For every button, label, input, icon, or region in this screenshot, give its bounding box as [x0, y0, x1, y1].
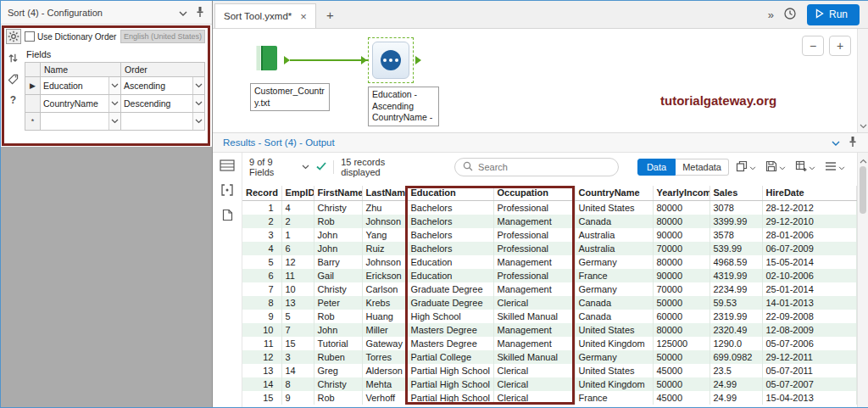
column-header-record[interactable]: Record	[242, 186, 281, 200]
sort-tool-annotation[interactable]: Education - Ascending CountryName -	[368, 87, 439, 126]
watermark-text: tutorialgateway.org	[660, 93, 776, 108]
save-icon[interactable]	[765, 160, 777, 174]
sort-order-dropdown[interactable]: Descending	[121, 95, 205, 113]
table-row[interactable]: 813PeterKrebsGraduate DegreeClericalCana…	[242, 296, 857, 310]
scrollbar-thumb[interactable]	[860, 166, 866, 214]
document-tab[interactable]: Sort Tool.yxmd* ×	[214, 3, 316, 28]
sort-order-dropdown[interactable]: Ascending	[121, 77, 205, 95]
sort-order-dropdown[interactable]	[121, 113, 205, 131]
grid-view-icon[interactable]	[220, 159, 235, 173]
table-row[interactable]: 123RubenTorresPartial CollegeSkilled Man…	[242, 350, 857, 364]
locale-dropdown[interactable]: English (United States)	[120, 30, 205, 43]
table-row[interactable]: 95RobHuangHigh SchoolSkilled ManualCanad…	[242, 310, 857, 323]
use-dictionary-order-checkbox[interactable]	[25, 31, 35, 42]
cell-sales: 4319.99	[709, 269, 762, 282]
workflow-canvas[interactable]: − + Customer_Country.txt Education - Asc…	[213, 29, 868, 132]
help-icon[interactable]: ?	[6, 92, 21, 108]
tab-overflow-button[interactable]: »	[768, 8, 773, 21]
canvas-scrollbar[interactable]	[857, 29, 868, 132]
chevron-down-icon[interactable]	[108, 77, 120, 94]
field-name-dropdown[interactable]: Education	[41, 77, 121, 95]
cell-education: High School	[407, 310, 493, 323]
pin-icon[interactable]	[848, 136, 858, 149]
column-header-firstname[interactable]: FirstName	[314, 186, 362, 200]
cell-sales: 539.99	[709, 242, 762, 255]
chevron-down-icon[interactable]	[108, 113, 120, 130]
chevron-down-icon[interactable]	[108, 95, 120, 112]
table-row[interactable]: 1115TutorialGatewayMasters DegreeManagem…	[242, 337, 857, 350]
gear-icon[interactable]	[6, 29, 21, 44]
zoom-out-button[interactable]: −	[802, 36, 824, 56]
table-row[interactable]: 107JohnMillerMasters DegreeManagementUni…	[242, 323, 857, 337]
zoom-in-button[interactable]: +	[829, 36, 851, 56]
cell-viewer-icon[interactable]	[220, 184, 234, 198]
column-header-hiredate[interactable]: HireDate	[762, 186, 857, 200]
table-row[interactable]: 710ChristyCarlsonGraduate DegreeManageme…	[242, 282, 857, 296]
swap-arrows-icon[interactable]	[6, 50, 21, 65]
cell-countryname: Germany	[575, 350, 653, 364]
new-window-table-icon[interactable]	[795, 160, 807, 174]
chevron-down-icon[interactable]	[838, 162, 845, 172]
config-grid-header-row: Name Order	[25, 63, 205, 77]
workflow-history-icon[interactable]	[783, 7, 797, 22]
fields-summary[interactable]: 9 of 9 Fields	[249, 157, 295, 177]
chevron-down-icon[interactable]	[192, 113, 204, 130]
input-data-tool[interactable]	[250, 44, 289, 78]
cell-yearlyincome: 80000	[653, 255, 709, 269]
input-anchor-icon[interactable]	[361, 56, 367, 64]
close-tab-icon[interactable]: ×	[300, 11, 307, 22]
output-anchor-icon[interactable]	[415, 56, 421, 64]
field-name-dropdown[interactable]: CountryName	[41, 95, 121, 113]
chevron-down-icon[interactable]	[809, 162, 815, 172]
profile-view-icon[interactable]	[222, 209, 233, 223]
search-input[interactable]	[478, 162, 610, 172]
table-row[interactable]: 611GailEricksonEducationProfessionalFran…	[242, 269, 857, 282]
pin-icon[interactable]	[195, 6, 205, 20]
chevron-down-icon[interactable]	[779, 162, 786, 172]
apply-check-icon[interactable]	[316, 162, 326, 172]
cell-hiredate: 29-12-2010	[762, 215, 857, 228]
column-header-lastname[interactable]: LastName	[362, 186, 407, 200]
cell-occupation: Management	[493, 255, 575, 269]
results-scrollbar[interactable]	[857, 153, 868, 407]
fields-label: Fields	[26, 49, 205, 59]
row-selector[interactable]: *	[25, 113, 41, 131]
column-header-empid[interactable]: EmpID	[281, 186, 314, 200]
scroll-down-icon[interactable]	[860, 120, 867, 131]
chevron-down-icon[interactable]	[749, 162, 756, 172]
run-button[interactable]: Run	[807, 4, 860, 25]
table-row[interactable]: 1314GregAldersonPartial High SchoolCleri…	[242, 364, 857, 377]
tag-icon[interactable]	[6, 71, 21, 87]
data-view-button[interactable]: Data	[637, 159, 676, 176]
new-tab-button[interactable]: +	[326, 8, 334, 22]
table-row[interactable]: 148ChristyMehtaPartial High SchoolCleric…	[242, 377, 857, 391]
metadata-view-button[interactable]: Metadata	[676, 159, 729, 176]
table-row[interactable]: 512BarryJohnsonEducationManagementGerman…	[242, 255, 857, 269]
table-row[interactable]: 31JohnYangBachelorsProfessionalAustralia…	[242, 228, 857, 242]
sort-tool[interactable]	[368, 37, 414, 83]
field-name-dropdown[interactable]	[41, 113, 121, 131]
column-header-sales[interactable]: Sales	[709, 186, 762, 200]
table-row[interactable]: 22RobJohnsonBachelorsManagementCanada800…	[242, 215, 857, 228]
search-box[interactable]	[454, 158, 619, 176]
column-header-yearlyincome[interactable]: YearlyIncome	[653, 186, 709, 200]
chevron-down-icon[interactable]	[302, 165, 309, 170]
copy-icon[interactable]	[736, 160, 748, 174]
cell-lastname: Johnson	[362, 215, 407, 228]
column-header-education[interactable]: Education	[407, 186, 493, 200]
input-tool-label[interactable]: Customer_Country.txt	[250, 83, 330, 111]
menu-icon[interactable]	[825, 161, 837, 173]
cell-lastname: Miller	[362, 323, 407, 337]
row-selector[interactable]	[25, 95, 41, 113]
chevron-down-icon[interactable]	[832, 137, 840, 148]
scroll-up-icon[interactable]	[860, 155, 867, 165]
column-header-occupation[interactable]: Occupation	[493, 186, 575, 200]
table-row[interactable]: 159RobVerhoffPartial High SchoolClerical…	[242, 391, 857, 405]
table-row[interactable]: 14ChristyZhuBachelorsProfessionalUnited …	[242, 200, 857, 215]
column-header-countryname[interactable]: CountryName	[575, 186, 653, 200]
chevron-down-icon[interactable]	[192, 77, 204, 94]
chevron-down-icon[interactable]	[192, 95, 204, 112]
chevron-down-icon[interactable]	[179, 8, 187, 18]
table-row[interactable]: 46JohnRuizBachelorsProfessionalAustralia…	[242, 242, 857, 255]
row-selector[interactable]: ▶	[25, 77, 41, 95]
